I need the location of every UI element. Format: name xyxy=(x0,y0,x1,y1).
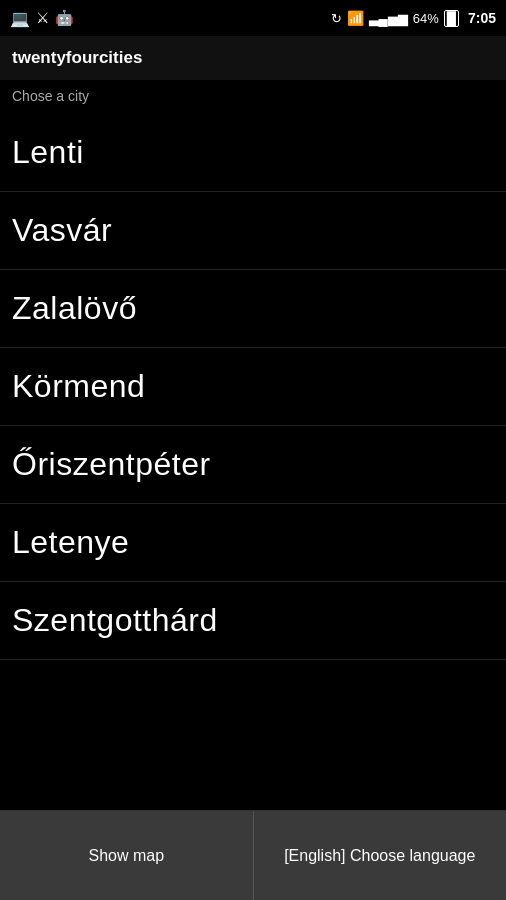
screen-icon: 💻 xyxy=(10,9,30,28)
city-item[interactable]: Lenti xyxy=(0,114,506,192)
city-item[interactable]: Szentgotthárd xyxy=(0,582,506,660)
city-name: Vasvár xyxy=(12,212,112,248)
signal-icon: ▃▄▅▆ xyxy=(369,11,408,26)
subtitle: Chose a city xyxy=(0,80,506,114)
status-time: 7:05 xyxy=(468,10,496,26)
status-bar-right: ↻ 📶 ▃▄▅▆ 64% █ 7:05 xyxy=(331,10,497,27)
choose-language-button[interactable]: [English] Choose language xyxy=(254,811,507,900)
android-icon: 🤖 xyxy=(55,9,74,27)
rotate-icon: ↻ xyxy=(331,11,342,26)
city-name: Őriszentpéter xyxy=(12,446,211,482)
bottom-buttons: Show map [English] Choose language xyxy=(0,810,506,900)
city-name: Szentgotthárd xyxy=(12,602,218,638)
wifi-icon: 📶 xyxy=(347,10,364,26)
city-item[interactable]: Körmend xyxy=(0,348,506,426)
city-name: Lenti xyxy=(12,134,84,170)
city-name: Letenye xyxy=(12,524,129,560)
city-item[interactable]: Letenye xyxy=(0,504,506,582)
status-bar: 💻 ⚔ 🤖 ↻ 📶 ▃▄▅▆ 64% █ 7:05 xyxy=(0,0,506,36)
app-title-bar: twentyfourcities xyxy=(0,36,506,80)
status-bar-left: 💻 ⚔ 🤖 xyxy=(10,9,74,28)
city-item[interactable]: Őriszentpéter xyxy=(0,426,506,504)
battery-icon: █ xyxy=(444,10,459,27)
usb-icon: ⚔ xyxy=(36,9,49,27)
city-name: Zalalövő xyxy=(12,290,137,326)
battery-percent: 64% xyxy=(413,11,439,26)
show-map-button[interactable]: Show map xyxy=(0,811,254,900)
city-list: LentiVasvárZalalövőKörmendŐriszentpéterL… xyxy=(0,114,506,660)
city-name: Körmend xyxy=(12,368,145,404)
city-item[interactable]: Zalalövő xyxy=(0,270,506,348)
city-item[interactable]: Vasvár xyxy=(0,192,506,270)
app-title: twentyfourcities xyxy=(12,48,142,68)
